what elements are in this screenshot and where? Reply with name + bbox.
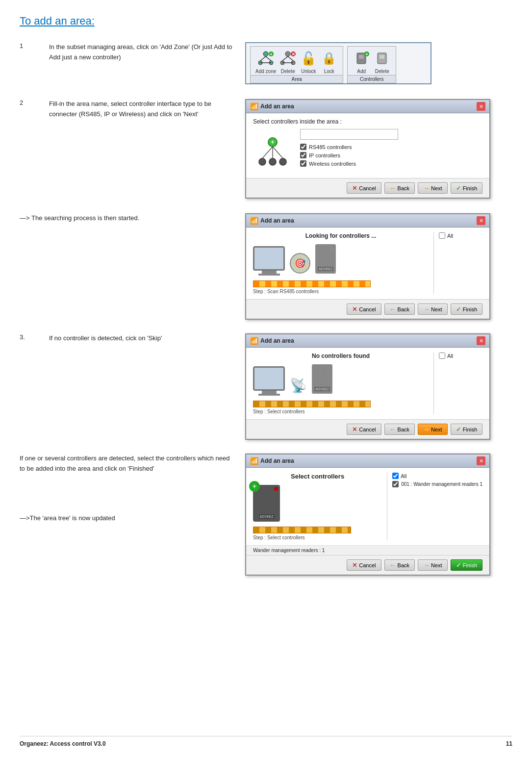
lock-button[interactable]: 🔒 Lock [320,50,338,74]
add-area-dialog-1: 📶 Add an area ✕ Select controllers insid… [245,99,490,199]
dialog-close-button-3[interactable]: ✕ [477,336,485,345]
finish-button-2[interactable]: ✓ Finish [451,303,482,315]
cancel-button-2[interactable]: ✕ Cancel [347,303,381,315]
select-controllers-dialog: 📶 Add an area ✕ Select controllers + [245,454,490,576]
dialog-titlebar-2: 📶 Add an area ✕ [246,214,489,227]
dialog-footer-2: ✕ Cancel ← Back → Next ✓ Finish [246,299,489,319]
dialog-close-button-4[interactable]: ✕ [477,456,485,465]
svg-point-8 [285,51,290,56]
delete-controller-button[interactable]: Delete [373,50,391,74]
dialog-footer-3: ✕ Cancel ← Back → Next ✓ Finish [246,419,489,439]
select-controllers-label: Select controllers inside the area : [253,118,482,125]
ip-checkbox[interactable] [300,152,306,158]
svg-rect-21 [380,55,384,59]
dialog-footer-1: ✕ Cancel ← Back → Next ✓ Finish [246,178,489,198]
dialog-close-button-1[interactable]: ✕ [477,102,485,111]
next-button-4[interactable]: → Next [418,559,448,571]
svg-text:+: + [365,51,368,57]
searching-dialog: 📶 Add an area ✕ Looking for controllers … [245,213,490,320]
dialog-close-button-2[interactable]: ✕ [477,216,485,225]
next-button-3[interactable]: → Next [418,424,448,435]
looking-label: Looking for controllers ... [253,232,429,239]
finish-button-3[interactable]: ✓ Finish [451,424,482,435]
unlock-button[interactable]: 🔓 Unlock [300,50,317,74]
step-indicator-1: Step : Scan RS485 controllers [253,289,429,294]
area-tree-updated-text: —>The 'area tree' is now updated [20,513,235,524]
dialog-body-4: Select controllers + ADVEEZ Step : Selec… [246,468,489,545]
step-indicator-3: Step : Select controllers [253,535,382,540]
footer-right: 11 [506,740,512,747]
finish-button-1[interactable]: ✓ Finish [451,182,482,194]
green-plus-icon: + [249,481,260,492]
adveez-label: ADVEEZ [258,514,274,519]
wander-label-row: Wander management readers : 1 [246,545,489,555]
step-description-2: Fill-in the area name, select controller… [49,99,235,120]
dialog-titlebar-1: 📶 Add an area ✕ [246,100,489,113]
svg-text:+: + [271,139,274,146]
add-zone-button[interactable]: + Add zone [255,50,276,74]
svg-line-3 [260,56,266,61]
dialog-footer-4: ✕ Cancel ← Back → Next ✓ Finish [246,555,489,575]
dialog-right-panel-3: All 001 : Wander management readers 1 [387,473,482,540]
dialog-title-2: 📶 Add an area [250,217,294,225]
controllers-section-label: Controllers [348,75,396,83]
delete-area-button[interactable]: ✕ Delete [279,50,297,74]
dialog-titlebar-4: 📶 Add an area ✕ [246,454,489,468]
dialog-title-3: 📶 Add an area [250,337,294,345]
wireless-checkbox[interactable] [300,160,306,167]
svg-line-11 [282,56,288,61]
rs485-checkbox-row: RS485 controllers [300,144,482,150]
svg-text:+: + [270,51,273,57]
svg-point-23 [259,158,266,165]
no-controllers-dialog: 📶 Add an area ✕ No controllers found [245,333,490,440]
add-controller-button[interactable]: + Add [353,50,370,74]
dialog-right-panel-2: All [433,353,482,414]
svg-line-4 [266,56,271,61]
step-number-1: 1 [20,42,49,50]
progress-bar-3 [253,527,351,533]
finish-button-4[interactable]: ✓ Finish [451,559,482,571]
toolbar-screenshot: + Add zone [245,42,431,84]
svg-point-25 [269,158,276,165]
step-number-3: 3. [20,333,49,341]
cancel-button-4[interactable]: ✕ Cancel [347,559,381,571]
area-section-label: Area [251,75,343,83]
all-checkbox-2[interactable] [439,353,445,359]
all-checkbox-1[interactable] [439,232,445,239]
dialog-body-1: Select controllers inside the area : [246,113,489,178]
cancel-button-1[interactable]: ✕ Cancel [347,182,381,194]
dialog-title-4: 📶 Add an area [250,457,294,465]
dialog-body-3: No controllers found 📡 [246,348,489,419]
svg-line-26 [262,147,273,158]
step-indicator-2: Step : Select controllers [253,409,429,414]
page-title: To add an area: [20,15,512,27]
back-button-2[interactable]: ← Back [384,303,415,315]
cancel-button-3[interactable]: ✕ Cancel [347,424,381,435]
dialog-title-1: 📶 Add an area [250,102,294,110]
step-description-3: If no controller is detected, cick on 'S… [49,333,162,344]
dialog-titlebar-3: 📶 Add an area ✕ [246,334,489,348]
section-2: 2 Fill-in the area name, select controll… [20,99,512,199]
wireless-checkbox-row: Wireless controllers [300,160,482,167]
back-button-1[interactable]: ← Back [384,182,415,194]
svg-point-0 [263,51,268,56]
red-dot-icon [274,487,278,491]
step-description-1: In the subset managing areas, click on '… [49,42,235,63]
progress-bar-2 [253,401,371,407]
footer-left: Organeez: Access control V3.0 [20,740,106,747]
select-ctrl-label: Select controllers [253,473,382,480]
rs485-checkbox[interactable] [300,144,306,150]
next-button-1[interactable]: → Next [418,182,448,194]
area-name-input[interactable] [300,129,398,140]
svg-line-12 [288,56,293,61]
back-button-4[interactable]: ← Back [384,559,415,571]
dialog-body-2: Looking for controllers ... [246,227,489,299]
back-button-3[interactable]: ← Back [384,424,415,435]
footer: Organeez: Access control V3.0 11 [20,736,512,747]
searching-note: —> The searching process is then started… [20,213,235,224]
controller-checkbox[interactable] [392,481,399,487]
all-checkbox-3[interactable] [392,473,399,479]
next-button-2[interactable]: → Next [418,303,448,315]
ip-checkbox-row: IP controllers [300,152,482,158]
svg-rect-17 [359,55,364,59]
